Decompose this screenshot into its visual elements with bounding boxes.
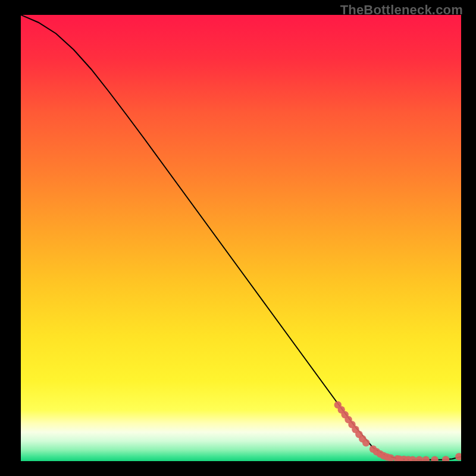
data-point xyxy=(362,439,369,446)
chart-background xyxy=(21,15,461,461)
chart-svg xyxy=(21,15,461,461)
plot-area xyxy=(21,15,461,461)
chart-stage: TheBottleneck.com xyxy=(0,0,476,476)
